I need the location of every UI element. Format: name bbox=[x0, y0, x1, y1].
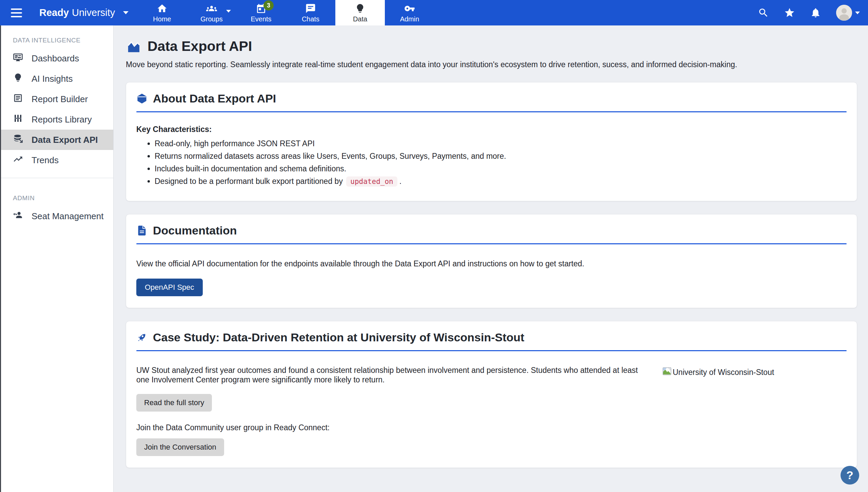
list-item: Includes built-in documentation and sche… bbox=[155, 164, 847, 173]
case-study-card-heading: Case Study: Data-Driven Retention at Uni… bbox=[136, 331, 847, 344]
trending-up-icon bbox=[13, 154, 23, 167]
brand-name-bold: Ready bbox=[39, 7, 69, 18]
heading-rule bbox=[136, 243, 847, 244]
question-mark-icon: ? bbox=[846, 469, 853, 482]
lightbulb-icon bbox=[13, 73, 23, 85]
sidebar-item-reports-library[interactable]: Reports Library bbox=[0, 109, 113, 130]
sidebar-divider bbox=[0, 178, 113, 178]
nav-tab-label: Admin bbox=[400, 16, 419, 22]
favorites-button[interactable] bbox=[784, 7, 795, 18]
sidebar: DATA INTELLIGENCE Dashboards AI Insights… bbox=[0, 25, 114, 492]
heading-rule bbox=[136, 350, 847, 351]
nav-tab-label: Data bbox=[353, 16, 367, 22]
documentation-card-heading: Documentation bbox=[136, 224, 847, 237]
area-chart-icon bbox=[126, 39, 142, 54]
case-study-content-row: UW Stout analyzed first year outcomes an… bbox=[136, 365, 847, 384]
about-card: About Data Export API Key Characteristic… bbox=[126, 82, 857, 201]
groups-icon bbox=[206, 3, 217, 14]
case-study-card-title: Case Study: Data-Driven Retention at Uni… bbox=[153, 331, 524, 344]
case-study-media: University of Wisconsin-Stout bbox=[662, 365, 847, 384]
chevron-down-icon bbox=[855, 12, 860, 14]
broken-image-icon bbox=[662, 366, 673, 378]
updated-on-code-chip: updated_on bbox=[346, 176, 397, 187]
document-icon bbox=[13, 93, 23, 106]
dashboards-icon bbox=[13, 52, 23, 65]
sidebar-section-admin: ADMIN bbox=[13, 194, 113, 202]
list-item: Returns normalized datasets across areas… bbox=[155, 152, 847, 161]
nav-tab-label: Home bbox=[153, 16, 171, 22]
cube-icon bbox=[136, 93, 147, 104]
sidebar-section-data-intelligence: DATA INTELLIGENCE bbox=[13, 37, 113, 44]
data-lightbulb-icon bbox=[355, 3, 366, 14]
about-card-title: About Data Export API bbox=[153, 92, 276, 105]
sidebar-item-label: Data Export API bbox=[32, 135, 98, 145]
nav-tab-home[interactable]: Home bbox=[137, 0, 187, 25]
nav-tab-label: Events bbox=[251, 16, 271, 22]
documentation-card: Documentation View the official API docu… bbox=[126, 214, 857, 308]
sidebar-item-data-export-api[interactable]: Data Export API bbox=[0, 130, 113, 150]
user-menu-button[interactable] bbox=[836, 5, 860, 21]
file-icon bbox=[136, 225, 147, 236]
home-icon bbox=[157, 3, 167, 14]
case-study-card: Case Study: Data-Driven Retention at Uni… bbox=[126, 321, 857, 468]
avatar bbox=[836, 5, 852, 21]
primary-nav-tabs: Home Groups Events 3 Chats Data bbox=[137, 0, 434, 25]
person-key-icon bbox=[13, 210, 23, 223]
read-full-story-button[interactable]: Read the full story bbox=[136, 394, 212, 412]
bell-icon bbox=[810, 7, 821, 18]
page-title-text: Data Export API bbox=[147, 38, 252, 54]
sidebar-item-ai-insights[interactable]: AI Insights bbox=[0, 69, 113, 89]
join-conversation-button[interactable]: Join the Conversation bbox=[136, 438, 224, 456]
join-community-text: Join the Data Community user group in Re… bbox=[136, 423, 847, 432]
key-characteristics-label: Key Characteristics: bbox=[136, 125, 847, 134]
rocket-icon bbox=[136, 332, 147, 343]
sidebar-item-label: Seat Management bbox=[32, 211, 103, 222]
nav-tab-groups[interactable]: Groups bbox=[187, 0, 236, 25]
navbar-right-actions bbox=[758, 0, 868, 25]
chats-icon bbox=[305, 3, 316, 14]
nav-tab-admin[interactable]: Admin bbox=[385, 0, 434, 25]
database-export-icon bbox=[13, 134, 23, 146]
star-icon bbox=[784, 7, 795, 18]
list-item: Read-only, high performance JSON REST AP… bbox=[155, 139, 847, 148]
help-button[interactable]: ? bbox=[841, 466, 859, 485]
library-columns-icon bbox=[13, 113, 23, 126]
brand-name-regular: University bbox=[72, 7, 115, 18]
heading-rule bbox=[136, 111, 847, 112]
documentation-body: View the official API documentation for … bbox=[136, 259, 847, 268]
broken-image-placeholder: University of Wisconsin-Stout bbox=[662, 366, 774, 378]
sidebar-item-label: Dashboards bbox=[32, 53, 79, 64]
main-content: Data Export API Move beyond static repor… bbox=[114, 25, 868, 492]
nav-tab-label: Groups bbox=[200, 16, 223, 22]
case-study-body: UW Stout analyzed first year outcomes an… bbox=[136, 365, 662, 384]
bullet-text-prefix: Designed to be a performant bulk export … bbox=[155, 177, 345, 186]
chevron-down-icon bbox=[123, 11, 129, 14]
chevron-down-icon bbox=[226, 10, 231, 13]
bullet-text-suffix: . bbox=[399, 177, 401, 186]
about-card-heading: About Data Export API bbox=[136, 92, 847, 105]
nav-tab-events[interactable]: Events 3 bbox=[236, 0, 286, 25]
sidebar-item-seat-management[interactable]: Seat Management bbox=[0, 206, 113, 226]
sidebar-item-label: Reports Library bbox=[32, 114, 92, 125]
sidebar-item-dashboards[interactable]: Dashboards bbox=[0, 48, 113, 69]
sidebar-item-label: Trends bbox=[32, 155, 59, 166]
admin-key-icon bbox=[404, 3, 415, 14]
search-button[interactable] bbox=[758, 7, 769, 18]
documentation-card-title: Documentation bbox=[153, 224, 237, 237]
top-navbar: Ready University Home Groups Events 3 bbox=[0, 0, 868, 25]
page-title: Data Export API bbox=[126, 38, 857, 54]
sidebar-item-label: AI Insights bbox=[32, 74, 73, 84]
brand-selector[interactable]: Ready University bbox=[39, 7, 129, 18]
nav-tab-chats[interactable]: Chats bbox=[286, 0, 335, 25]
hamburger-menu-button[interactable] bbox=[9, 5, 24, 20]
nav-tab-data[interactable]: Data bbox=[335, 0, 385, 25]
page-subtitle: Move beyond static reporting. Seamlessly… bbox=[126, 60, 857, 69]
key-characteristics-list: Read-only, high performance JSON REST AP… bbox=[136, 139, 847, 186]
nav-tab-label: Chats bbox=[302, 16, 319, 22]
sidebar-item-trends[interactable]: Trends bbox=[0, 150, 113, 170]
search-icon bbox=[758, 7, 769, 18]
list-item: Designed to be a performant bulk export … bbox=[155, 177, 847, 186]
notifications-button[interactable] bbox=[810, 7, 821, 18]
openapi-spec-button[interactable]: OpenAPI Spec bbox=[136, 279, 203, 296]
sidebar-item-report-builder[interactable]: Report Builder bbox=[0, 89, 113, 109]
